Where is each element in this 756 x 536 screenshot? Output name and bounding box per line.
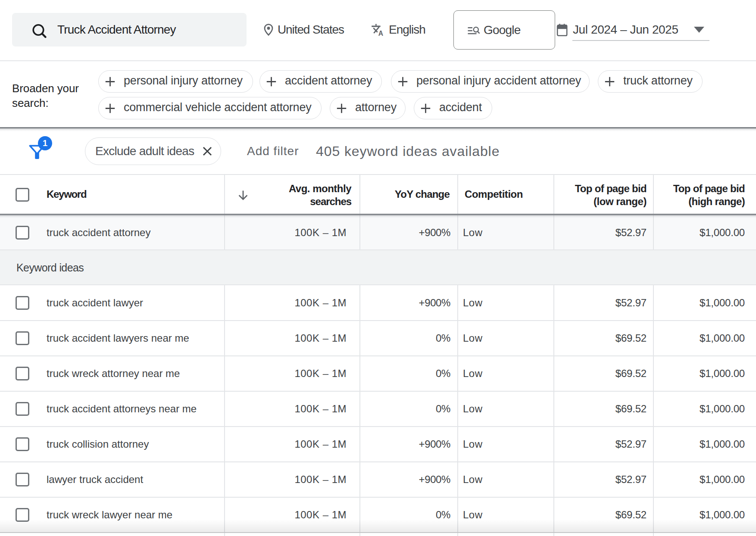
svg-text:A: A	[378, 30, 383, 37]
